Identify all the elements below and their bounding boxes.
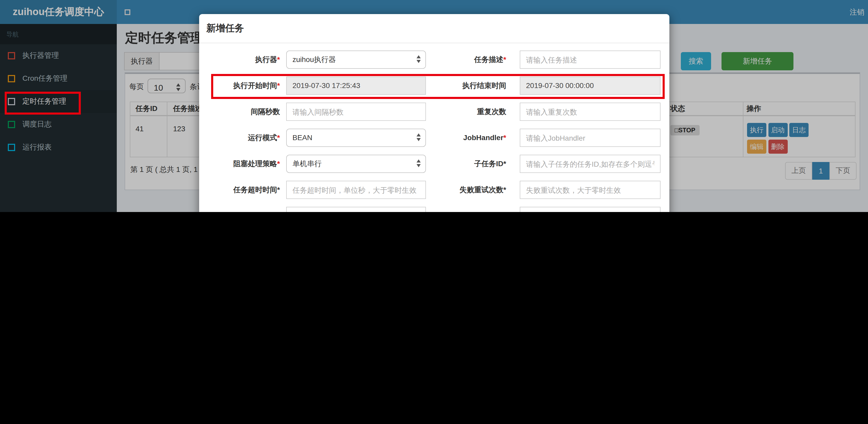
field-label: 任务超时时间* [199, 181, 280, 199]
form-row: 任务超时时间*失败重试次数* [199, 181, 670, 199]
run-mode-select[interactable]: BEAN [286, 129, 426, 147]
field-label: 失败重试次数* [418, 181, 506, 199]
form-row: 执行器*zuihou执行器任务描述* [199, 51, 670, 69]
add-task-modal: 新增任务 执行器*zuihou执行器任务描述*执行开始时间*2019-07-30… [199, 14, 670, 212]
select-value: 单机串行 [292, 159, 322, 168]
field-label: 阻塞处理策略* [199, 155, 280, 173]
executor-select[interactable]: zuihou执行器 [286, 51, 426, 69]
jobhandler-input[interactable] [520, 129, 660, 147]
field-label: 间隔秒数 [199, 103, 280, 121]
fail-retry-input[interactable] [520, 181, 660, 199]
field-label: 重复次数 [418, 103, 506, 121]
form-row: 运行模式*BEANJobHandler* [199, 129, 670, 147]
field-label: 任务描述* [418, 51, 506, 69]
modal-header-divider [199, 43, 670, 43]
child-job-id-input[interactable] [520, 155, 660, 173]
job-desc-input[interactable] [520, 51, 660, 69]
form-row: 间隔秒数重复次数 [199, 103, 670, 121]
field-label: 执行器* [199, 51, 280, 69]
alarm-email-input[interactable] [520, 207, 660, 212]
field-label: 负责人* [199, 207, 280, 212]
field-label: 运行模式* [199, 129, 280, 147]
form-row: 阻塞处理策略*单机串行子任务ID* [199, 155, 670, 173]
app: zuihou任务调度中心 注销 导航 执行器管理Cron任务管理定时任务管理调度… [0, 0, 868, 212]
repeat-count-input[interactable] [520, 103, 660, 121]
select-value: zuihou执行器 [292, 55, 336, 64]
block-strategy-select[interactable]: 单机串行 [286, 155, 426, 173]
timeout-input[interactable] [286, 181, 426, 199]
field-label: JobHandler* [418, 129, 506, 147]
annotation-rect-time-row [211, 74, 665, 99]
select-value: BEAN [292, 133, 312, 142]
interval-seconds-input[interactable] [286, 103, 426, 121]
annotation-rect-sidebar [5, 92, 81, 115]
owner-input[interactable] [286, 207, 426, 212]
field-label: 报警邮件* [418, 207, 506, 212]
modal-title: 新增任务 [207, 14, 244, 43]
form-row: 负责人*报警邮件* [199, 207, 670, 212]
field-label: 子任务ID* [418, 155, 506, 173]
